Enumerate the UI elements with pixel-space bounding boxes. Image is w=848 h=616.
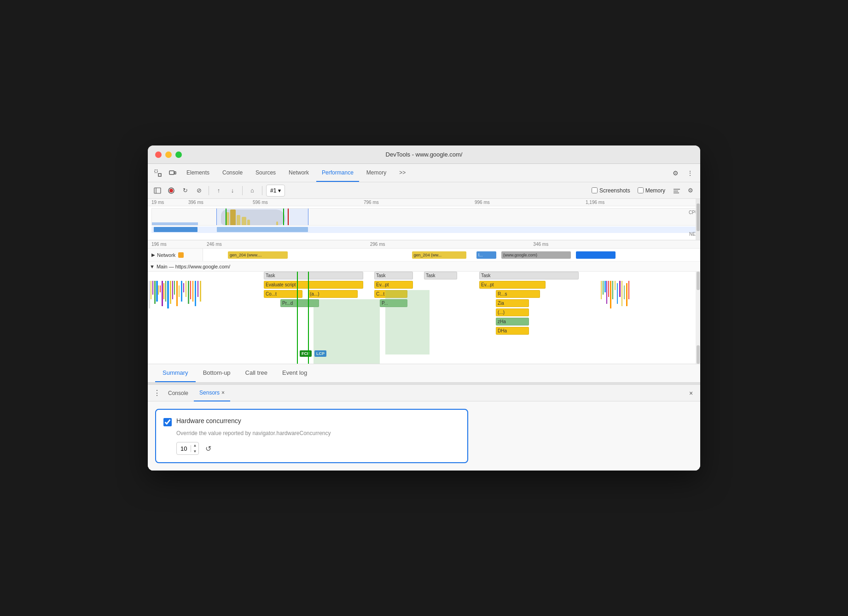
timeline-overview[interactable]: 19 ms 396 ms 596 ms 796 ms 996 ms 1,196 … — [148, 199, 700, 240]
task-block-3[interactable]: Task — [424, 272, 457, 279]
task-block-2[interactable]: Task — [374, 272, 413, 279]
anon-block[interactable]: (...) — [496, 308, 529, 316]
drawer-close-button[interactable]: × — [685, 388, 697, 399]
network-bar-l[interactable]: l... — [476, 251, 496, 259]
tab-more[interactable]: >> — [394, 164, 411, 182]
flame-row-0: Task Task Task Task — [148, 272, 700, 280]
toolbar-separator-3 — [262, 186, 262, 195]
eval-script-3[interactable]: Ev...pt — [479, 281, 546, 289]
bottom-tab-bar: Summary Bottom-up Call tree Event log — [148, 364, 700, 383]
zia[interactable]: Zia — [496, 299, 529, 307]
drawer-tab-sensors[interactable]: Sensors × — [194, 385, 230, 401]
performance-toolbar: ↻ ⊘ ↑ ↓ ⌂ #1 ▾ Screenshots Memory — [148, 182, 700, 199]
svg-rect-2 — [169, 171, 174, 174]
zha-block[interactable]: zHa — [496, 318, 529, 325]
eval-script-1[interactable]: Evaluate script — [264, 281, 363, 289]
tab-bottom-up[interactable]: Bottom-up — [196, 364, 238, 382]
responsive-design-icon[interactable] — [166, 167, 179, 180]
task-block-1[interactable]: Task — [264, 272, 363, 279]
svg-rect-9 — [674, 191, 678, 192]
tab-memory[interactable]: Memory — [361, 164, 392, 182]
overview-ruler: 19 ms 396 ms 596 ms 796 ms 996 ms 1,196 … — [148, 199, 700, 206]
title-bar: DevTools - www.google.com/ — [148, 145, 700, 164]
tab-elements[interactable]: Elements — [181, 164, 215, 182]
sidebar-toggle-icon[interactable] — [151, 185, 163, 197]
network-bar-gen204-2[interactable]: gen_204 (ww... — [412, 251, 467, 259]
hw-arrows: ▲ ▼ — [191, 442, 198, 454]
settings-icon[interactable]: ⚙ — [669, 167, 682, 180]
tick-596ms: 596 ms — [253, 200, 364, 205]
network-bar-google[interactable]: (www.google.com) — [501, 251, 571, 259]
hw-description: Override the value reported by navigator… — [176, 430, 460, 436]
fcf-badge: FCF — [300, 350, 312, 357]
performance-settings-icon[interactable]: ⚙ — [685, 185, 697, 197]
task-block-4[interactable]: Task — [479, 272, 579, 279]
upload-icon[interactable]: ↑ — [213, 185, 225, 197]
hw-concurrency-checkbox[interactable] — [163, 418, 172, 426]
screenshots-checkbox[interactable] — [592, 187, 598, 193]
zoomed-timeline: 196 ms 246 ms 296 ms 346 ms ▶ Network ge… — [148, 240, 700, 364]
drawer-menu-icon[interactable]: ⋮ — [151, 388, 163, 399]
zoom-tick-246: 246 ms — [207, 242, 370, 247]
svg-rect-4 — [154, 188, 161, 193]
devtools-window: DevTools - www.google.com/ Elements Co — [148, 145, 700, 471]
window-title: DevTools - www.google.com/ — [386, 151, 463, 158]
hw-controls: 10 ▲ ▼ ↺ — [176, 442, 460, 455]
tab-call-tree[interactable]: Call tree — [238, 364, 275, 382]
zoom-ruler: 196 ms 246 ms 296 ms 346 ms — [148, 240, 700, 249]
memory-checkbox-label[interactable]: Memory — [638, 187, 665, 194]
session-select[interactable]: #1 ▾ — [266, 185, 285, 197]
maximize-button[interactable] — [175, 151, 182, 158]
zoom-tick-196: 196 ms — [151, 242, 207, 247]
svg-rect-0 — [155, 170, 157, 173]
svg-rect-8 — [674, 189, 680, 190]
tab-sources[interactable]: Sources — [250, 164, 281, 182]
hw-card-header: Hardware concurrency — [163, 417, 460, 426]
drawer-tab-console[interactable]: Console — [163, 385, 194, 401]
hw-stepper[interactable]: 10 ▲ ▼ — [176, 442, 199, 455]
toolbar-separator — [209, 186, 209, 195]
network-bar-gen204-1[interactable]: gen_204 (www.... — [228, 251, 288, 259]
hw-reset-button[interactable]: ↺ — [203, 443, 214, 454]
flame-chart-area[interactable]: Task Task Task Task Evaluate script Ev..… — [148, 272, 700, 364]
tick-796ms: 796 ms — [364, 200, 475, 205]
svg-rect-3 — [174, 172, 176, 174]
hw-value: 10 — [177, 445, 191, 452]
eval-script-2[interactable]: Ev...pt — [374, 281, 413, 289]
home-icon[interactable]: ⌂ — [246, 185, 258, 197]
download-icon[interactable]: ↓ — [227, 185, 238, 197]
close-button[interactable] — [155, 151, 162, 158]
dha-block[interactable]: DHa — [496, 327, 529, 335]
memory-checkbox[interactable] — [638, 187, 644, 193]
zoom-tick-296: 296 ms — [370, 242, 534, 247]
tab-performance[interactable]: Performance — [316, 164, 359, 182]
network-track-content[interactable]: gen_204 (www.... gen_204 (ww... l... (ww… — [203, 249, 700, 261]
tab-summary[interactable]: Summary — [155, 364, 196, 382]
sensors-tab-close-icon[interactable]: × — [221, 389, 225, 396]
devtools-panel: Elements Console Sources Network Perform… — [148, 164, 700, 471]
minimize-button[interactable] — [165, 151, 172, 158]
tab-event-log[interactable]: Event log — [275, 364, 314, 382]
more-menu-icon[interactable]: ⋮ — [684, 167, 697, 180]
network-track-row: ▶ Network gen_204 (www.... gen_204 (ww..… — [148, 249, 700, 262]
svg-rect-1 — [158, 174, 161, 176]
hardware-concurrency-card: Hardware concurrency Override the value … — [155, 409, 468, 463]
r-s[interactable]: R...s — [496, 290, 540, 298]
tab-console[interactable]: Console — [217, 164, 248, 182]
network-label: ▶ Network — [148, 249, 203, 261]
screenshots-checkbox-label[interactable]: Screenshots — [592, 187, 630, 194]
record-icon[interactable] — [165, 185, 177, 197]
main-track-header: ▼ Main — https://www.google.com/ — [148, 262, 700, 272]
network-bar-blue[interactable] — [576, 251, 616, 259]
hw-decrement-button[interactable]: ▼ — [191, 448, 198, 454]
reload-icon[interactable]: ↻ — [179, 185, 191, 197]
flame-chart-icon[interactable] — [671, 185, 683, 197]
hw-increment-button[interactable]: ▲ — [191, 442, 198, 448]
clear-icon[interactable]: ⊘ — [193, 185, 205, 197]
inspect-element-icon[interactable] — [151, 167, 164, 180]
compile-anon[interactable]: (a...) — [308, 290, 358, 298]
drawer-tab-bar: ⋮ Console Sensors × × — [148, 385, 700, 401]
tab-network[interactable]: Network — [283, 164, 314, 182]
svg-rect-10 — [674, 192, 679, 193]
tick-1196ms: 1,196 ms — [586, 200, 697, 205]
